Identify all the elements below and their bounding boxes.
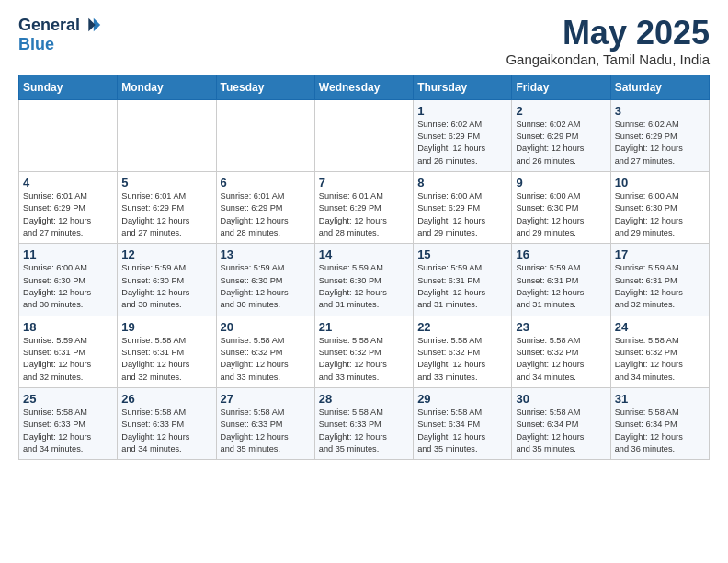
day-info: Sunrise: 5:58 AM Sunset: 6:33 PM Dayligh… [319,407,409,455]
day-info: Sunrise: 5:58 AM Sunset: 6:32 PM Dayligh… [615,335,705,384]
day-number: 5 [121,176,211,190]
day-info: Sunrise: 5:59 AM Sunset: 6:30 PM Dayligh… [319,262,409,311]
calendar-cell: 19Sunrise: 5:58 AM Sunset: 6:31 PM Dayli… [118,316,216,387]
calendar-cell: 11Sunrise: 6:00 AM Sunset: 6:30 PM Dayli… [19,244,118,316]
calendar-cell: 10Sunrise: 6:00 AM Sunset: 6:30 PM Dayli… [610,171,709,243]
day-number: 6 [221,176,311,190]
calendar-cell: 18Sunrise: 5:59 AM Sunset: 6:31 PM Dayli… [19,316,118,387]
calendar-cell: 31Sunrise: 5:58 AM Sunset: 6:34 PM Dayli… [610,388,709,460]
day-info: Sunrise: 6:00 AM Sunset: 6:30 PM Dayligh… [516,190,606,239]
day-info: Sunrise: 6:02 AM Sunset: 6:29 PM Dayligh… [516,119,606,167]
day-info: Sunrise: 6:00 AM Sunset: 6:30 PM Dayligh… [23,262,113,311]
day-number: 23 [516,320,606,334]
day-info: Sunrise: 5:58 AM Sunset: 6:34 PM Dayligh… [516,407,606,455]
day-number: 28 [319,392,409,406]
logo-blue: Blue [18,35,54,54]
calendar-cell [314,99,413,171]
day-info: Sunrise: 5:58 AM Sunset: 6:32 PM Dayligh… [221,335,311,384]
logo-icon [82,15,102,35]
title-month: May 2025 [506,15,710,52]
day-number: 24 [615,320,705,334]
day-info: Sunrise: 6:01 AM Sunset: 6:29 PM Dayligh… [121,190,211,239]
calendar-cell: 15Sunrise: 5:59 AM Sunset: 6:31 PM Dayli… [414,244,512,316]
day-number: 11 [23,247,113,261]
calendar-row-2: 4Sunrise: 6:01 AM Sunset: 6:29 PM Daylig… [19,171,710,243]
calendar-cell [216,99,314,171]
day-info: Sunrise: 5:59 AM Sunset: 6:30 PM Dayligh… [121,262,211,311]
logo-blue-text: Blue [18,35,54,54]
day-info: Sunrise: 5:58 AM Sunset: 6:32 PM Dayligh… [516,335,606,384]
day-info: Sunrise: 5:58 AM Sunset: 6:33 PM Dayligh… [121,407,211,455]
day-info: Sunrise: 5:58 AM Sunset: 6:33 PM Dayligh… [23,407,113,455]
calendar-cell: 12Sunrise: 5:59 AM Sunset: 6:30 PM Dayli… [118,244,216,316]
day-info: Sunrise: 5:59 AM Sunset: 6:31 PM Dayligh… [516,262,606,311]
day-info: Sunrise: 5:58 AM Sunset: 6:33 PM Dayligh… [221,407,311,455]
day-header-wednesday: Wednesday [314,75,413,99]
day-header-monday: Monday [118,75,216,99]
calendar-cell: 23Sunrise: 5:58 AM Sunset: 6:32 PM Dayli… [512,316,610,387]
day-number: 4 [23,176,113,190]
day-number: 31 [615,392,705,406]
calendar-cell: 30Sunrise: 5:58 AM Sunset: 6:34 PM Dayli… [512,388,610,460]
title-location: Gangaikondan, Tamil Nadu, India [506,52,710,67]
calendar-cell: 29Sunrise: 5:58 AM Sunset: 6:34 PM Dayli… [414,388,512,460]
calendar-table: SundayMondayTuesdayWednesdayThursdayFrid… [18,75,710,461]
day-header-sunday: Sunday [19,75,118,99]
day-number: 2 [516,104,606,118]
calendar-cell: 14Sunrise: 5:59 AM Sunset: 6:30 PM Dayli… [314,244,413,316]
calendar-cell: 25Sunrise: 5:58 AM Sunset: 6:33 PM Dayli… [19,388,118,460]
calendar-cell: 17Sunrise: 5:59 AM Sunset: 6:31 PM Dayli… [610,244,709,316]
day-number: 26 [121,392,211,406]
day-number: 29 [417,392,507,406]
calendar-cell: 3Sunrise: 6:02 AM Sunset: 6:29 PM Daylig… [610,99,709,171]
calendar-cell: 8Sunrise: 6:00 AM Sunset: 6:29 PM Daylig… [414,171,512,243]
calendar-cell [19,99,118,171]
day-number: 22 [417,320,507,334]
day-header-tuesday: Tuesday [216,75,314,99]
day-info: Sunrise: 5:58 AM Sunset: 6:32 PM Dayligh… [319,335,409,384]
calendar-cell: 16Sunrise: 5:59 AM Sunset: 6:31 PM Dayli… [512,244,610,316]
day-info: Sunrise: 6:02 AM Sunset: 6:29 PM Dayligh… [417,119,507,167]
day-number: 18 [23,320,113,334]
day-info: Sunrise: 6:00 AM Sunset: 6:30 PM Dayligh… [615,190,705,239]
day-info: Sunrise: 5:58 AM Sunset: 6:31 PM Dayligh… [121,335,211,384]
calendar-cell: 22Sunrise: 5:58 AM Sunset: 6:32 PM Dayli… [414,316,512,387]
calendar-row-3: 11Sunrise: 6:00 AM Sunset: 6:30 PM Dayli… [19,244,710,316]
logo: General Blue [18,15,102,54]
calendar-cell: 5Sunrise: 6:01 AM Sunset: 6:29 PM Daylig… [118,171,216,243]
calendar-cell: 24Sunrise: 5:58 AM Sunset: 6:32 PM Dayli… [610,316,709,387]
day-number: 30 [516,392,606,406]
day-number: 14 [319,247,409,261]
day-header-friday: Friday [512,75,610,99]
calendar-cell [118,99,216,171]
calendar-cell: 20Sunrise: 5:58 AM Sunset: 6:32 PM Dayli… [216,316,314,387]
day-info: Sunrise: 6:01 AM Sunset: 6:29 PM Dayligh… [221,190,311,239]
day-number: 10 [615,176,705,190]
day-number: 9 [516,176,606,190]
day-number: 27 [221,392,311,406]
calendar-cell: 4Sunrise: 6:01 AM Sunset: 6:29 PM Daylig… [19,171,118,243]
logo-text: General [18,15,102,35]
day-info: Sunrise: 6:00 AM Sunset: 6:29 PM Dayligh… [417,190,507,239]
calendar-cell: 21Sunrise: 5:58 AM Sunset: 6:32 PM Dayli… [314,316,413,387]
day-info: Sunrise: 5:59 AM Sunset: 6:31 PM Dayligh… [615,262,705,311]
day-info: Sunrise: 5:58 AM Sunset: 6:32 PM Dayligh… [417,335,507,384]
calendar-row-4: 18Sunrise: 5:59 AM Sunset: 6:31 PM Dayli… [19,316,710,387]
day-info: Sunrise: 5:59 AM Sunset: 6:31 PM Dayligh… [417,262,507,311]
calendar-row-1: 1Sunrise: 6:02 AM Sunset: 6:29 PM Daylig… [19,99,710,171]
day-info: Sunrise: 5:59 AM Sunset: 6:30 PM Dayligh… [221,262,311,311]
calendar-cell: 13Sunrise: 5:59 AM Sunset: 6:30 PM Dayli… [216,244,314,316]
day-number: 16 [516,247,606,261]
calendar-cell: 1Sunrise: 6:02 AM Sunset: 6:29 PM Daylig… [414,99,512,171]
calendar-cell: 9Sunrise: 6:00 AM Sunset: 6:30 PM Daylig… [512,171,610,243]
calendar-row-5: 25Sunrise: 5:58 AM Sunset: 6:33 PM Dayli… [19,388,710,460]
day-number: 7 [319,176,409,190]
day-number: 1 [417,104,507,118]
title-block: May 2025 Gangaikondan, Tamil Nadu, India [506,15,710,67]
page: General Blue May 2025 Gangaikondan, Tami… [0,0,728,475]
calendar-cell: 26Sunrise: 5:58 AM Sunset: 6:33 PM Dayli… [118,388,216,460]
day-info: Sunrise: 5:58 AM Sunset: 6:34 PM Dayligh… [417,407,507,455]
calendar-cell: 6Sunrise: 6:01 AM Sunset: 6:29 PM Daylig… [216,171,314,243]
day-header-saturday: Saturday [610,75,709,99]
logo-general: General [18,16,80,35]
